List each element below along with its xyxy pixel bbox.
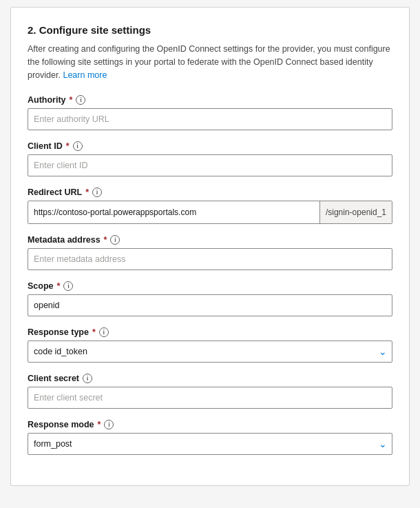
- response-type-dropdown-wrapper: code id_tokencodeid_tokentoken ⌄: [28, 341, 392, 363]
- response-type-label: Response type * i: [28, 327, 392, 337]
- configure-site-settings-card: 2. Configure site settings After creatin…: [10, 7, 410, 486]
- scope-field-group: Scope * i: [28, 281, 392, 316]
- authority-label: Authority * i: [28, 95, 392, 105]
- section-title: 2. Configure site settings: [28, 24, 392, 36]
- redirect-url-input[interactable]: [28, 201, 319, 223]
- redirect-url-suffix: /signin-openid_1: [319, 201, 392, 223]
- scope-required-star: *: [57, 281, 61, 291]
- client-id-label: Client ID * i: [28, 141, 392, 151]
- response-type-field-group: Response type * i code id_tokencodeid_to…: [28, 327, 392, 363]
- redirect-url-row: /signin-openid_1: [28, 201, 392, 224]
- metadata-address-info-icon[interactable]: i: [110, 235, 120, 245]
- client-id-required-star: *: [66, 141, 70, 151]
- response-mode-field-group: Response mode * i form_postqueryfragment…: [28, 420, 392, 455]
- response-type-required-star: *: [92, 327, 96, 337]
- response-mode-dropdown-wrapper: form_postqueryfragment ⌄: [28, 433, 392, 455]
- response-type-select[interactable]: code id_tokencodeid_tokentoken: [28, 341, 392, 363]
- client-secret-field-group: Client secret i: [28, 374, 392, 409]
- client-id-input[interactable]: [28, 154, 392, 176]
- section-description: After creating and configuring the OpenI…: [28, 43, 392, 81]
- redirect-url-label: Redirect URL * i: [28, 187, 392, 197]
- response-type-info-icon[interactable]: i: [99, 327, 109, 337]
- scope-input[interactable]: [28, 294, 392, 316]
- client-id-field-group: Client ID * i: [28, 141, 392, 176]
- response-mode-select[interactable]: form_postqueryfragment: [28, 433, 392, 455]
- redirect-url-field-group: Redirect URL * i /signin-openid_1: [28, 187, 392, 224]
- client-secret-info-icon[interactable]: i: [83, 374, 92, 383]
- authority-field-group: Authority * i: [28, 95, 392, 130]
- scope-label: Scope * i: [28, 281, 392, 291]
- authority-required-star: *: [70, 95, 73, 105]
- redirect-url-info-icon[interactable]: i: [92, 187, 102, 197]
- scope-info-icon[interactable]: i: [63, 281, 73, 291]
- client-secret-input[interactable]: [28, 387, 392, 409]
- redirect-url-required-star: *: [85, 187, 89, 197]
- learn-more-link[interactable]: Learn more: [63, 70, 107, 80]
- client-id-info-icon[interactable]: i: [73, 141, 83, 151]
- metadata-address-input[interactable]: [28, 248, 392, 270]
- response-mode-required-star: *: [98, 420, 101, 429]
- client-secret-label: Client secret i: [28, 374, 392, 383]
- metadata-address-required-star: *: [104, 235, 107, 245]
- metadata-address-label: Metadata address * i: [28, 235, 392, 245]
- response-mode-info-icon[interactable]: i: [104, 420, 114, 429]
- metadata-address-field-group: Metadata address * i: [28, 235, 392, 270]
- authority-input[interactable]: [28, 108, 392, 130]
- response-mode-label: Response mode * i: [28, 420, 392, 429]
- authority-info-icon[interactable]: i: [76, 95, 85, 105]
